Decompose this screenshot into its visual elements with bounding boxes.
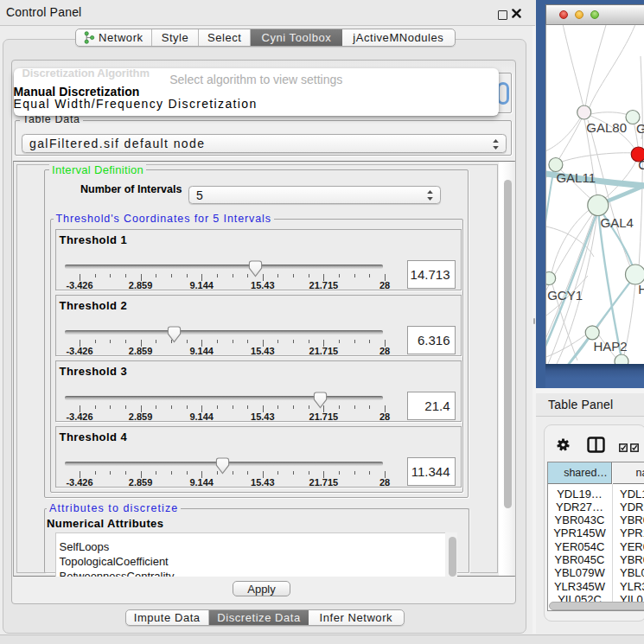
svg-text:GA: GA — [636, 121, 644, 136]
svg-text:GCY1: GCY1 — [547, 287, 583, 302]
svg-text:HAP2: HAP2 — [593, 339, 627, 354]
svg-text:H: H — [638, 281, 644, 296]
svg-text:GAL4: GAL4 — [600, 214, 633, 229]
svg-text:GAL11: GAL11 — [556, 169, 596, 184]
svg-text:GAL80: GAL80 — [586, 119, 627, 134]
svg-text:CY: CY — [638, 156, 644, 171]
